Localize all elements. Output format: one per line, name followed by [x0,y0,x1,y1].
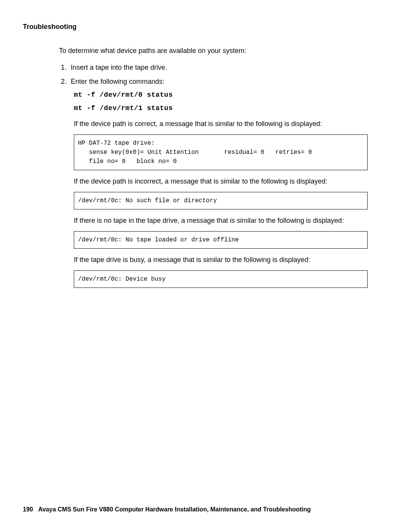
msg-correct-intro: If the device path is correct, a message… [74,119,388,129]
footer-title: Avaya CMS Sun Fire V880 Computer Hardwar… [38,506,311,513]
page-number: 190 [23,506,33,513]
msg-busy-intro: If the tape drive is busy, a message tha… [74,255,388,265]
command-2: mt -f /dev/rmt/1 status [74,103,388,113]
page-body: Troubleshooting To determine what device… [0,0,411,288]
output-box-busy: /dev/rmt/0c: Device busy [74,270,368,288]
step-1: Insert a tape into the tape drive. [68,62,388,73]
output-box-notape: /dev/rmt/0c: No tape loaded or drive off… [74,231,368,249]
step-2: Enter the following commands: mt -f /dev… [68,77,388,288]
output-box-correct: HP DAT-72 tape drive: sense key(0x0)= Un… [74,134,368,170]
step-2-text: Enter the following commands: [71,78,164,85]
page-footer: 190 Avaya CMS Sun Fire V880 Computer Har… [23,506,311,513]
command-1: mt -f /dev/rmt/0 status [74,90,388,100]
output-box-incorrect: /dev/rmt/0c: No such file or directory [74,192,368,209]
steps-list: Insert a tape into the tape drive. Enter… [68,62,388,288]
step-1-text: Insert a tape into the tape drive. [71,64,167,71]
section-heading: Troubleshooting [23,23,388,31]
msg-notape-intro: If there is no tape in the tape drive, a… [74,216,388,226]
intro-text: To determine what device paths are avail… [59,46,388,56]
msg-incorrect-intro: If the device path is incorrect, a messa… [74,176,388,187]
